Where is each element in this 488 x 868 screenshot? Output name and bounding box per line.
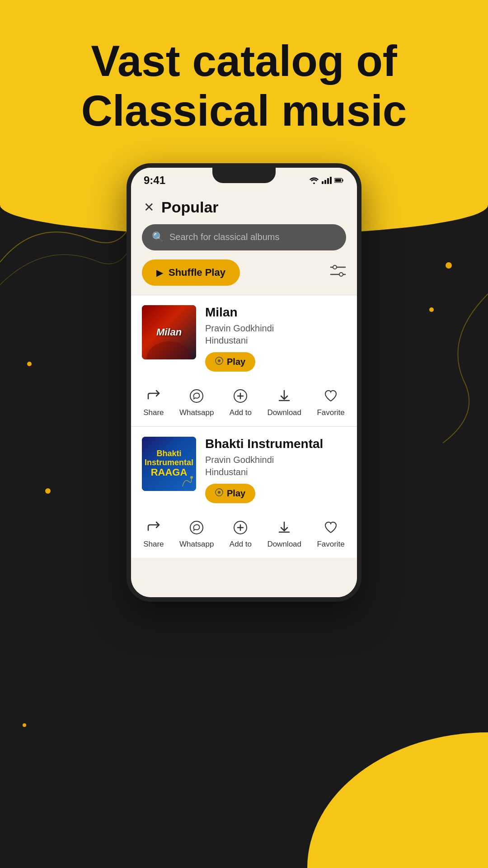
app-content: ✕ Popular 🔍 Search for classical albums …: [131, 190, 357, 597]
heart-icon-bhakti: [324, 520, 338, 537]
notch: [212, 168, 276, 183]
play-label-milan: Play: [227, 357, 245, 367]
whatsapp-label-bhakti: Whatsapp: [179, 540, 214, 549]
addto-icon-bhakti: [233, 520, 248, 537]
addto-action-milan[interactable]: Add to: [230, 389, 252, 417]
svg-point-21: [218, 491, 221, 494]
svg-point-22: [190, 521, 203, 534]
album-artist-bhakti: Pravin Godkhindi: [205, 455, 346, 465]
share-action-milan[interactable]: Share: [143, 389, 164, 417]
phone-frame: 9:41: [127, 163, 361, 602]
album-art-milan-label: Milan: [156, 326, 182, 338]
svg-rect-7: [335, 179, 341, 182]
album-art-bhakti-label: BhaktiInstrumentalRAAGA: [145, 449, 193, 478]
addto-label-bhakti: Add to: [230, 540, 252, 549]
svg-point-14: [218, 359, 221, 362]
play-label-bhakti: Play: [227, 488, 245, 499]
addto-action-bhakti[interactable]: Add to: [230, 520, 252, 549]
play-icon-milan: [215, 357, 223, 367]
search-bar[interactable]: 🔍 Search for classical albums: [142, 224, 346, 250]
svg-point-11: [339, 273, 343, 276]
album-item-bhakti: BhaktiInstrumentalRAAGA Bhakti Instrumen…: [131, 427, 357, 513]
action-bar-milan: Share Whatsapp: [131, 382, 357, 426]
album-title-milan: Milan: [205, 305, 346, 320]
background-bottom-yellow: [307, 732, 488, 868]
phone-mockup: 9:41: [0, 163, 488, 602]
album-title-bhakti: Bhakti Instrumental: [205, 437, 346, 451]
album-genre-bhakti: Hindustani: [205, 467, 346, 477]
play-button-milan[interactable]: Play: [205, 352, 255, 372]
search-icon: 🔍: [152, 231, 164, 243]
whatsapp-icon-bhakti: [189, 520, 204, 537]
addto-label-milan: Add to: [230, 408, 252, 417]
action-bar-bhakti: Share Whatsapp: [131, 513, 357, 558]
controls-row: ▶ Shuffle Play: [131, 259, 357, 295]
album-genre-milan: Hindustani: [205, 335, 346, 346]
svg-point-0: [313, 182, 315, 184]
whatsapp-icon: [189, 389, 204, 406]
shuffle-play-label: Shuffle Play: [169, 267, 225, 278]
battery-icon: [334, 177, 344, 184]
album-art-milan: Milan: [142, 305, 196, 359]
album-row-bhakti: BhaktiInstrumentalRAAGA Bhakti Instrumen…: [142, 437, 346, 503]
hero-title: Vast catalog of Classical music: [0, 0, 488, 163]
favorite-action-milan[interactable]: Favorite: [317, 389, 344, 417]
download-icon-milan: [277, 389, 291, 406]
deco-dot-4: [23, 723, 26, 727]
status-icons: [309, 177, 344, 184]
page-title: Popular: [161, 198, 219, 216]
svg-rect-3: [327, 178, 329, 184]
download-label-milan: Download: [267, 408, 301, 417]
album-artist-milan: Pravin Godkhindi: [205, 323, 346, 334]
svg-point-15: [190, 390, 203, 402]
album-art-bhakti: BhaktiInstrumentalRAAGA: [142, 437, 196, 491]
search-container: 🔍 Search for classical albums: [142, 224, 346, 250]
album-info-bhakti: Bhakti Instrumental Pravin Godkhindi Hin…: [205, 437, 346, 503]
play-button-bhakti[interactable]: Play: [205, 484, 255, 503]
share-icon-bhakti: [146, 520, 161, 537]
shuffle-play-button[interactable]: ▶ Shuffle Play: [142, 259, 240, 286]
download-action-bhakti[interactable]: Download: [267, 520, 301, 549]
favorite-action-bhakti[interactable]: Favorite: [317, 520, 344, 549]
svg-point-9: [333, 265, 337, 269]
album-info-milan: Milan Pravin Godkhindi Hindustani: [205, 305, 346, 372]
shuffle-play-icon: ▶: [156, 267, 163, 278]
svg-rect-6: [342, 179, 343, 181]
app-header: ✕ Popular: [131, 190, 357, 222]
status-time: 9:41: [144, 174, 165, 187]
svg-rect-1: [322, 181, 324, 184]
share-label: Share: [143, 408, 164, 417]
favorite-label-milan: Favorite: [317, 408, 344, 417]
wifi-icon: [309, 177, 319, 184]
album-row-milan: Milan Milan Pravin Godkhindi Hindustani: [142, 305, 346, 372]
play-icon-bhakti: [215, 488, 223, 498]
search-placeholder: Search for classical albums: [169, 232, 279, 242]
signal-icon: [322, 177, 332, 184]
whatsapp-action-milan[interactable]: Whatsapp: [179, 389, 214, 417]
svg-rect-4: [330, 177, 332, 184]
download-icon-bhakti: [277, 520, 291, 537]
svg-point-12: [146, 341, 192, 359]
status-bar: 9:41: [131, 168, 357, 190]
close-button[interactable]: ✕: [144, 200, 154, 215]
whatsapp-action-bhakti[interactable]: Whatsapp: [179, 520, 214, 549]
favorite-label-bhakti: Favorite: [317, 540, 344, 549]
download-action-milan[interactable]: Download: [267, 389, 301, 417]
filter-icon[interactable]: [330, 264, 346, 280]
share-action-bhakti[interactable]: Share: [143, 520, 164, 549]
album-item-milan: Milan Milan Pravin Godkhindi Hindustani: [131, 295, 357, 382]
whatsapp-label-milan: Whatsapp: [179, 408, 214, 417]
heart-icon-milan: [324, 389, 338, 406]
share-icon: [146, 389, 161, 406]
addto-icon: [233, 389, 248, 406]
download-label-bhakti: Download: [267, 540, 301, 549]
svg-rect-2: [324, 180, 326, 184]
share-label-bhakti: Share: [143, 540, 164, 549]
